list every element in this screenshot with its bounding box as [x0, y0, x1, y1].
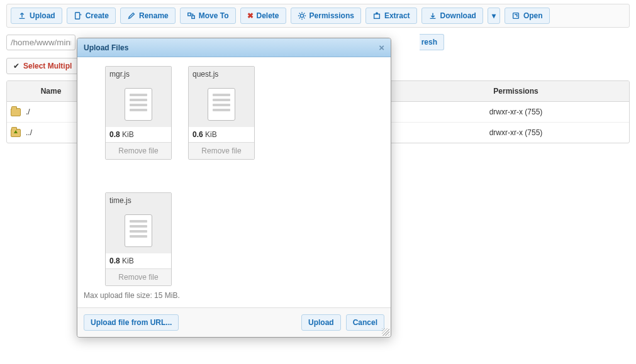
permissions-label: Permissions — [310, 11, 354, 20]
svg-rect-5 — [513, 13, 519, 19]
svg-rect-4 — [374, 14, 380, 18]
file-name: quest.js — [189, 67, 254, 82]
path-input[interactable] — [6, 35, 75, 50]
row-name: ./ — [26, 108, 30, 116]
delete-button[interactable]: ✖Delete — [240, 8, 286, 24]
refresh-label-partial: resh — [421, 38, 437, 47]
main-toolbar: Upload Create Rename Move To ✖Delete Per… — [6, 4, 630, 28]
remove-file-button[interactable]: Remove file — [106, 142, 171, 147]
extract-label: Extract — [384, 11, 410, 20]
moveto-label: Move To — [199, 11, 229, 20]
refresh-button-partial[interactable]: resh — [420, 34, 444, 50]
upload-modal: Upload Files × mgr.js 0.8 KiB Remove fil… — [77, 38, 391, 147]
download-button[interactable]: Download — [421, 8, 483, 24]
row-name: ../ — [26, 128, 32, 137]
document-icon — [125, 88, 152, 121]
select-multiple-label: Select Multipl — [23, 62, 72, 70]
rename-label: Rename — [139, 11, 169, 20]
download-split-button[interactable]: ▾ — [488, 8, 500, 24]
delete-icon: ✖ — [247, 11, 254, 20]
open-icon — [511, 11, 520, 20]
open-label: Open — [523, 11, 543, 20]
folder-up-icon — [11, 129, 21, 137]
modal-header[interactable]: Upload Files × — [77, 38, 391, 57]
open-button[interactable]: Open — [505, 8, 550, 24]
rename-button[interactable]: Rename — [120, 8, 176, 24]
download-icon — [428, 11, 437, 20]
document-icon — [208, 88, 235, 121]
pencil-icon — [127, 11, 136, 20]
extract-icon — [372, 11, 381, 20]
svg-rect-0 — [75, 13, 79, 19]
create-icon — [74, 11, 82, 20]
moveto-button[interactable]: Move To — [180, 8, 236, 24]
column-header-permissions[interactable]: Permissions — [403, 81, 629, 101]
upload-drop-area[interactable]: mgr.js 0.8 KiB Remove file quest.js 0.6 … — [82, 61, 386, 147]
folder-icon — [11, 108, 21, 116]
upload-icon — [18, 11, 26, 20]
file-name: mgr.js — [106, 67, 171, 82]
create-button[interactable]: Create — [67, 8, 116, 24]
file-size: 0.6 KiB — [189, 127, 254, 142]
modal-title: Upload Files — [84, 43, 128, 52]
upload-button[interactable]: Upload — [11, 8, 62, 24]
row-permissions: drwxr-xr-x (755) — [403, 102, 629, 122]
download-label: Download — [440, 11, 476, 20]
chevron-down-icon: ▾ — [492, 11, 496, 20]
upload-label: Upload — [30, 11, 55, 20]
row-permissions: drwxr-xr-x (755) — [403, 123, 629, 143]
select-multiple-button[interactable]: ✔ Select Multipl — [6, 58, 79, 74]
file-size: 0.8 KiB — [106, 127, 171, 142]
move-icon — [187, 11, 196, 20]
delete-label: Delete — [257, 11, 279, 20]
svg-point-3 — [300, 14, 303, 17]
upload-file-card: mgr.js 0.8 KiB Remove file — [105, 66, 172, 147]
upload-file-card: quest.js 0.6 KiB Remove file — [188, 66, 255, 147]
remove-file-button[interactable]: Remove file — [189, 142, 254, 147]
gear-icon — [298, 11, 306, 20]
svg-rect-1 — [187, 13, 190, 16]
close-icon[interactable]: × — [379, 42, 384, 53]
create-label: Create — [86, 11, 109, 20]
permissions-button[interactable]: Permissions — [291, 8, 361, 24]
check-icon: ✔ — [13, 62, 20, 70]
extract-button[interactable]: Extract — [365, 8, 417, 24]
svg-rect-2 — [192, 16, 194, 18]
